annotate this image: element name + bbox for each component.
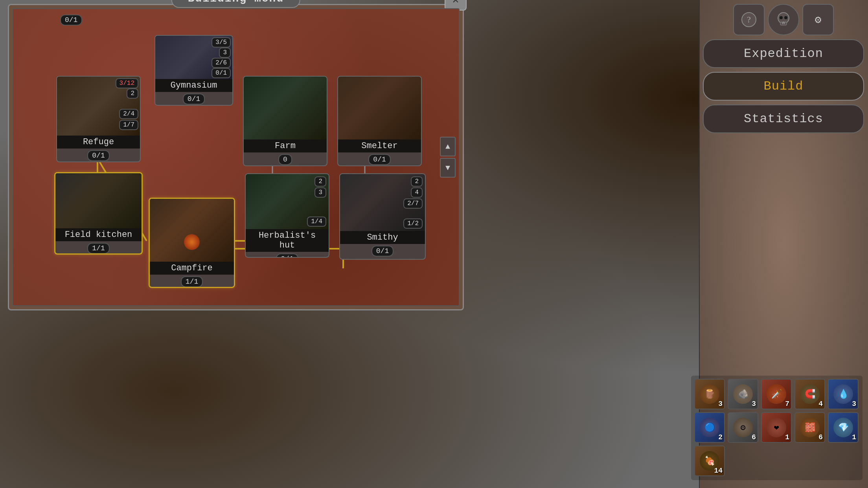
inventory-item-2[interactable]: 🗡️ 7	[761, 379, 792, 409]
herbalists-hut-label: Herbalist's hut	[246, 229, 329, 252]
scroll-down-button[interactable]: ▼	[440, 158, 456, 178]
farm-card[interactable]: Farm 0	[243, 76, 327, 166]
herbalists-hut-counter-row: 0/1	[246, 252, 329, 258]
field-kitchen-label: Field kitchen	[55, 228, 142, 241]
inventory-item-0[interactable]: 🪵 3	[694, 379, 725, 409]
refuge-stat4: 1/7	[119, 120, 138, 130]
farm-counter: 0	[278, 154, 292, 165]
statistics-button[interactable]: Statistics	[703, 105, 864, 133]
top-counter: 0/1	[60, 15, 82, 26]
smelter-counter-row: 0/1	[338, 152, 421, 166]
smelter-label: Smelter	[338, 139, 421, 152]
campfire-counter: 1/1	[181, 276, 203, 287]
inventory-item-1[interactable]: 🪨 3	[728, 379, 758, 409]
herbalists-hut-counter: 0/1	[276, 253, 298, 258]
smelter-card[interactable]: Smelter 0/1	[337, 76, 422, 166]
smithy-stat1: 2	[411, 176, 423, 187]
smithy-counter-row: 0/1	[340, 244, 425, 258]
settings-button[interactable]: ⚙	[802, 4, 834, 35]
refuge-label: Refuge	[57, 136, 140, 149]
campfire-card[interactable]: Campfire 1/1	[149, 198, 235, 288]
smithy-label: Smithy	[340, 231, 425, 244]
farm-counter-row: 0	[244, 152, 327, 166]
help-button[interactable]: ?	[733, 4, 765, 35]
refuge-counter: 0/1	[87, 150, 109, 161]
inventory-grid: 🪵 3 🪨 3 🗡️ 7 🧲 4 💧 3 🔵 2 ⚙️ 6 ❤️ 1 🧱 6 💎…	[691, 376, 862, 480]
field-kitchen-counter: 1/1	[87, 243, 109, 254]
gymnasium-counter-row: 0/1	[155, 92, 232, 106]
refuge-stat2: 2	[127, 88, 138, 99]
building-menu-inner: 3/5 3 2/6 0/1 Gymnasium 0/1 3/12 2 2/4 1…	[12, 8, 460, 306]
gymnasium-counter: 0/1	[183, 94, 205, 105]
inventory-item-8[interactable]: 🧱 6	[794, 412, 825, 443]
gymnasium-stat2: 3	[219, 48, 231, 58]
inventory-item-5[interactable]: 🔵 2	[694, 412, 725, 443]
top-icon-row: ? ⚙	[703, 4, 864, 35]
herbalist-stat3: 1/4	[307, 216, 326, 227]
gymnasium-stat1: 3/5	[211, 37, 231, 48]
smelter-counter: 0/1	[368, 154, 390, 165]
expedition-button[interactable]: Expedition	[703, 39, 864, 68]
gymnasium-stat4: 0/1	[211, 68, 231, 78]
smithy-counter: 0/1	[371, 246, 394, 257]
gymnasium-stat3: 2/6	[211, 58, 231, 68]
inventory-item-4[interactable]: 💧 3	[828, 379, 859, 409]
svg-point-13	[784, 16, 787, 19]
menu-title: Building menu	[188, 0, 284, 5]
herbalist-stat2: 3	[314, 187, 326, 198]
scroll-up-button[interactable]: ▲	[440, 137, 456, 156]
top-counter-value: 0/1	[60, 15, 82, 26]
skull-button[interactable]	[768, 4, 799, 35]
inventory-item-7[interactable]: ❤️ 1	[761, 412, 792, 443]
field-kitchen-card[interactable]: Field kitchen 1/1	[54, 172, 143, 255]
smithy-stat2: 4	[411, 187, 423, 198]
inventory-item-6[interactable]: ⚙️ 6	[728, 412, 758, 443]
campfire-label: Campfire	[150, 262, 234, 275]
building-menu-panel: Building menu ✕	[8, 4, 464, 310]
gymnasium-label: Gymnasium	[155, 79, 232, 92]
refuge-stat1: 3/12	[116, 78, 138, 88]
smithy-stat4: 1/2	[403, 218, 423, 229]
svg-point-12	[780, 16, 783, 19]
field-kitchen-counter-row: 1/1	[55, 241, 142, 255]
menu-title-bar: Building menu	[171, 0, 300, 8]
spacer	[703, 137, 864, 145]
inventory-item-10[interactable]: 🍖 14	[694, 446, 725, 476]
right-sidebar: ? ⚙ Expedition Build Statistics	[703, 4, 864, 145]
scroll-buttons: ▲ ▼	[440, 137, 456, 178]
smithy-card[interactable]: 2 4 2/7 1/2 Smithy 0/1	[339, 173, 426, 260]
farm-label: Farm	[244, 139, 327, 152]
campfire-counter-row: 1/1	[150, 275, 234, 288]
refuge-counter-row: 0/1	[57, 149, 140, 162]
smithy-stat3: 2/7	[403, 198, 423, 209]
gymnasium-card[interactable]: 3/5 3 2/6 0/1 Gymnasium 0/1	[154, 35, 233, 106]
refuge-card[interactable]: 3/12 2 2/4 1/7 Refuge 0/1	[56, 76, 141, 162]
svg-text:?: ?	[747, 15, 751, 24]
refuge-stat3: 2/4	[119, 109, 138, 119]
herbalist-stat1: 2	[314, 176, 326, 187]
build-button[interactable]: Build	[703, 72, 864, 101]
herbalists-hut-card[interactable]: 2 3 1/4 Herbalist's hut 0/1	[245, 173, 329, 258]
inventory-item-9[interactable]: 💎 1	[828, 412, 859, 443]
inventory-item-3[interactable]: 🧲 4	[794, 379, 825, 409]
